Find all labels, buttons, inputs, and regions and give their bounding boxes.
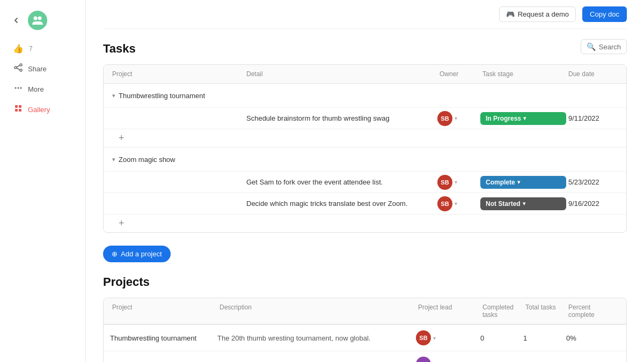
proj-name: Zoom magic show <box>110 360 217 363</box>
tasks-title: Tasks <box>103 42 136 56</box>
proj-percent: 50% <box>566 360 620 363</box>
proj-desc: The 20th thumb wresting tournament, now … <box>217 334 416 342</box>
stage-cell: Not Started ▾ <box>480 197 566 210</box>
proj-col-total: Total tasks <box>523 302 566 320</box>
proj-desc: Our first-ever virtual magic show. <box>217 360 416 363</box>
search-bar[interactable]: 🔍 Search <box>581 39 627 54</box>
thumbs-up-icon: 👍 <box>13 43 24 54</box>
tasks-table: Project Detail Owner Task stage Due date… <box>103 64 627 233</box>
add-icon: ⊕ <box>112 250 118 258</box>
sidebar-item-more[interactable]: More <box>4 79 81 99</box>
tasks-table-header: Project Detail Owner Task stage Due date <box>104 65 626 84</box>
search-label: Search <box>599 43 621 51</box>
project-row-thumbwrestling: ▾ Thumbwrestling tournament Schedule bra… <box>104 84 626 147</box>
sidebar-likes-count: 7 <box>29 45 33 53</box>
sidebar-share-label: Share <box>28 65 47 73</box>
task-detail: Get Sam to fork over the event attendee … <box>244 176 437 188</box>
add-task-row-2[interactable]: + <box>104 214 626 232</box>
sidebar-item-gallery[interactable]: Gallery <box>4 100 81 119</box>
stage-badge-in-progress[interactable]: In Progress ▾ <box>480 112 566 125</box>
stage-label: Not Started <box>486 200 521 208</box>
proj-total: 2 <box>523 360 566 363</box>
svg-rect-11 <box>19 109 21 112</box>
table-row: Decide which magic tricks translate best… <box>104 193 626 214</box>
owner-cell: SB ▾ <box>437 111 480 126</box>
proj-col-name: Project <box>110 302 217 320</box>
owner-cell: SB ▾ <box>437 196 480 211</box>
search-icon: 🔍 <box>587 42 596 51</box>
main-content: 🎮 Request a demo Copy doc Tasks 🔍 Search… <box>86 0 644 362</box>
project-row-zoom: ▾ Zoom magic show Get Sam to fork over t… <box>104 147 626 232</box>
svg-point-7 <box>20 87 22 89</box>
sidebar-gallery-label: Gallery <box>28 106 50 114</box>
stage-badge-not-started[interactable]: Not Started ▾ <box>480 197 566 210</box>
svg-point-4 <box>20 69 22 71</box>
svg-rect-10 <box>15 109 18 112</box>
owner-chevron-icon[interactable]: ▾ <box>455 115 457 121</box>
avatar: SB <box>437 111 452 126</box>
due-date: 9/16/2022 <box>566 197 620 210</box>
col-owner: Owner <box>437 69 480 79</box>
request-demo-button[interactable]: 🎮 Request a demo <box>499 6 576 22</box>
add-project-button[interactable]: ⊕ Add a project <box>103 246 171 262</box>
owner-chevron-icon[interactable]: ▾ <box>455 201 457 206</box>
svg-point-6 <box>18 87 19 89</box>
table-row: Get Sam to fork over the event attendee … <box>104 171 626 193</box>
proj-col-completed: Completed tasks <box>480 302 523 320</box>
expand-chevron[interactable]: ▾ <box>112 156 115 163</box>
owner-chevron-icon[interactable]: ▾ <box>455 179 457 185</box>
avatar: SB <box>437 175 452 190</box>
project-name-text: Thumbwrestling tournament <box>119 92 205 100</box>
projects-table: Project Description Project lead Complet… <box>103 298 627 362</box>
proj-lead: SB ▾ <box>416 357 480 362</box>
proj-total: 1 <box>523 334 566 342</box>
svg-point-5 <box>15 87 17 89</box>
proj-col-desc: Description <box>217 302 416 320</box>
project-name-text: Zoom magic show <box>119 156 175 164</box>
projects-title: Projects <box>103 275 627 289</box>
proj-col-percent: Percent complete <box>566 302 620 320</box>
projects-table-header: Project Description Project lead Complet… <box>104 298 626 324</box>
svg-rect-8 <box>15 105 18 108</box>
stage-chevron-icon: ▾ <box>517 179 520 185</box>
sidebar-item-likes[interactable]: 👍 7 <box>4 39 81 58</box>
stage-cell: In Progress ▾ <box>480 112 566 125</box>
avatar: SB <box>437 196 452 211</box>
expand-chevron[interactable]: ▾ <box>112 92 115 99</box>
col-detail: Detail <box>244 69 437 79</box>
avatar: SB <box>416 330 431 345</box>
demo-icon: 🎮 <box>506 10 515 18</box>
sidebar: 👍 7 Share More Gallery <box>0 0 86 362</box>
sidebar-top <box>0 6 85 39</box>
col-due: Due date <box>566 69 620 79</box>
copy-doc-button[interactable]: Copy doc <box>582 6 627 22</box>
lead-chevron-icon[interactable]: ▾ <box>433 335 436 341</box>
proj-col-lead: Project lead <box>416 302 480 320</box>
project-main-zoom: ▾ Zoom magic show <box>104 147 626 171</box>
tasks-header: Tasks 🔍 Search <box>103 29 627 64</box>
table-row: Schedule brainstorm for thumb wrestling … <box>104 107 626 129</box>
project-main-thumbwrestling: ▾ Thumbwrestling tournament <box>104 84 626 107</box>
due-date: 9/11/2022 <box>566 112 620 124</box>
stage-label: In Progress <box>486 115 521 122</box>
svg-point-0 <box>34 17 38 20</box>
svg-point-3 <box>14 67 17 69</box>
share-icon <box>13 63 24 74</box>
proj-name: Thumbwrestling tournament <box>110 334 217 342</box>
proj-lead: SB ▾ <box>416 330 480 345</box>
add-task-row-1[interactable]: + <box>104 129 626 147</box>
project-name-zoom: ▾ Zoom magic show <box>110 153 244 166</box>
task-detail: Schedule brainstorm for thumb wrestling … <box>244 112 437 124</box>
stage-badge-complete[interactable]: Complete ▾ <box>480 176 566 189</box>
project-name-thumbwrestling: ▾ Thumbwrestling tournament <box>110 90 244 102</box>
sidebar-item-share[interactable]: Share <box>4 59 81 78</box>
team-avatar <box>28 11 47 30</box>
proj-completed: 0 <box>480 334 523 342</box>
topbar: 🎮 Request a demo Copy doc <box>103 0 627 29</box>
back-button[interactable] <box>9 13 24 28</box>
owner-cell: SB ▾ <box>437 175 480 190</box>
svg-point-2 <box>20 64 22 66</box>
list-item: Thumbwrestling tournament The 20th thumb… <box>104 324 626 351</box>
more-icon <box>13 84 24 94</box>
svg-point-1 <box>38 17 42 20</box>
